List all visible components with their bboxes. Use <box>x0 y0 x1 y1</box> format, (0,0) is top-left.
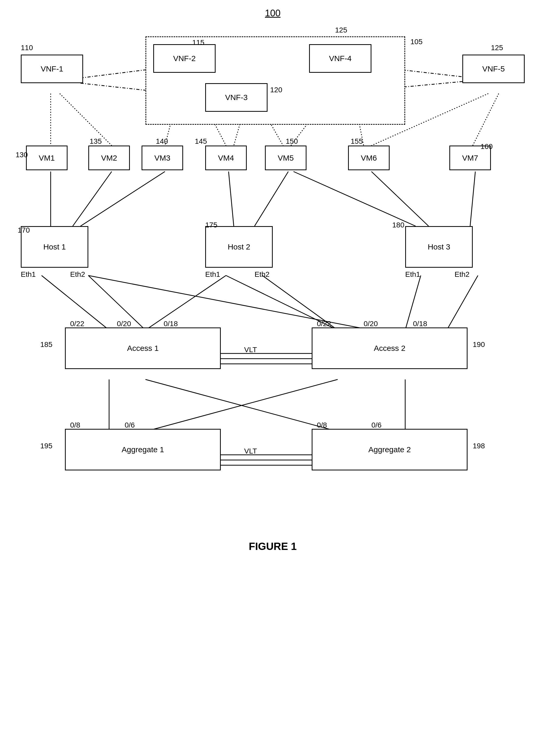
ref-135: 135 <box>89 137 102 146</box>
ref-130: 130 <box>16 151 28 159</box>
svg-line-14 <box>473 94 499 146</box>
access2-020-label: 0/20 <box>364 320 378 328</box>
figure-label: FIGURE 1 <box>208 541 338 552</box>
svg-line-21 <box>470 172 475 226</box>
ref-110: 110 <box>21 44 33 52</box>
svg-line-28 <box>447 275 478 330</box>
host3-box: Host 3 <box>405 226 473 268</box>
access2-022-label: 0/22 <box>317 320 331 328</box>
ref-185-label: 185 <box>40 341 53 349</box>
svg-line-25 <box>145 275 226 330</box>
svg-line-22 <box>294 172 416 226</box>
ref-160: 160 <box>481 142 493 151</box>
ref-120: 120 <box>270 86 282 94</box>
svg-line-6 <box>60 94 112 146</box>
ref-140: 140 <box>156 137 168 146</box>
svg-line-18 <box>228 172 234 226</box>
host2-eth2-label: Eth2 <box>255 270 269 278</box>
ref-175-label: 175 <box>205 221 217 229</box>
svg-line-20 <box>372 172 428 226</box>
host3-eth1-label: Eth1 <box>405 270 420 278</box>
agg-vlt-label: VLT <box>244 447 257 455</box>
host1-eth1-label: Eth1 <box>21 270 36 278</box>
vm4-box: VM4 <box>205 146 247 170</box>
agg1-08-label: 0/8 <box>70 421 80 429</box>
svg-line-35 <box>145 380 338 431</box>
ref-125a: 125 <box>335 26 347 34</box>
aggregate1-box: Aggregate 1 <box>65 429 221 470</box>
ref-145: 145 <box>195 137 207 146</box>
agg1-06-label: 0/6 <box>125 421 135 429</box>
ref-195-label: 195 <box>40 442 53 450</box>
access1-020-label: 0/20 <box>117 320 131 328</box>
access2-018-label: 0/18 <box>413 320 427 328</box>
ref-180-label: 180 <box>392 221 404 229</box>
svg-line-16 <box>73 172 112 226</box>
vnf5-box: VNF-5 <box>462 55 525 83</box>
access1-box: Access 1 <box>65 327 221 369</box>
host1-eth2-label: Eth2 <box>70 270 85 278</box>
ref-115: 115 <box>192 38 204 47</box>
agg2-08-label: 0/8 <box>317 421 327 429</box>
vm1-box: VM1 <box>26 146 67 170</box>
vnf3-box: VNF-3 <box>205 83 267 112</box>
host3-eth2-label: Eth2 <box>455 270 469 278</box>
svg-line-19 <box>255 172 288 226</box>
agg2-06-label: 0/6 <box>372 421 382 429</box>
vnf2-box: VNF-2 <box>153 44 216 73</box>
ref-125b: 125 <box>491 44 503 52</box>
access-vlt-label: VLT <box>244 346 257 354</box>
vm6-box: VM6 <box>348 146 389 170</box>
ref-190-label: 190 <box>473 341 485 349</box>
host1-box: Host 1 <box>21 226 88 268</box>
vnf4-box: VNF-4 <box>309 44 372 73</box>
diagram-title: 100 <box>265 8 281 19</box>
vm5-box: VM5 <box>265 146 306 170</box>
ref-170-label: 170 <box>18 226 30 234</box>
ref-198-label: 198 <box>473 442 485 450</box>
aggregate2-box: Aggregate 2 <box>312 429 467 470</box>
ref-155: 155 <box>351 137 363 146</box>
host2-box: Host 2 <box>205 226 273 268</box>
vm3-box: VM3 <box>142 146 183 170</box>
host2-eth1-label: Eth1 <box>205 270 220 278</box>
access1-018-label: 0/18 <box>164 320 178 328</box>
svg-line-17 <box>81 172 165 226</box>
ref-150: 150 <box>286 137 298 146</box>
access2-box: Access 2 <box>312 327 467 369</box>
vm2-box: VM2 <box>88 146 130 170</box>
vnf1-box: VNF-1 <box>21 55 83 83</box>
svg-line-36 <box>145 380 338 431</box>
access1-022-label: 0/22 <box>70 320 84 328</box>
ref-105: 105 <box>411 38 423 46</box>
